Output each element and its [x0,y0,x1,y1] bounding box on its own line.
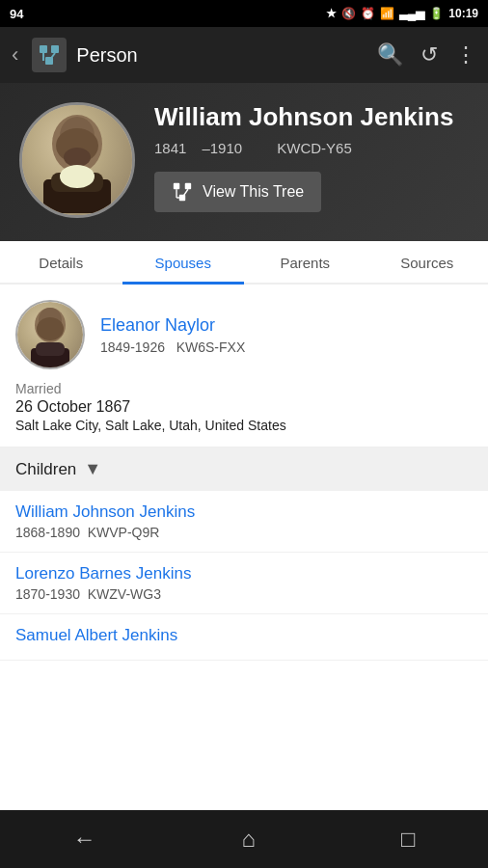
mute-icon: 🔇 [341,7,356,20]
app-logo [32,38,67,72]
recents-nav-icon[interactable]: □ [401,826,416,853]
content-area: Eleanor Naylor 1849-1926 KW6S-FXX Marrie… [0,285,488,661]
app-bar: ‹ Person 🔍 ↺ ⋮ [0,27,488,83]
tab-bar: Details Spouses Parents Sources [0,241,488,285]
more-icon[interactable]: ⋮ [455,42,476,68]
svg-rect-1 [51,45,59,53]
person-name: William Johnson Jenkins [154,102,469,132]
person-id: KWCD-Y65 [277,140,352,156]
time: 10:19 [448,7,478,20]
tab-spouses[interactable]: Spouses [122,241,245,283]
person-dates: 1841–1910 KWCD-Y65 [154,140,469,156]
person-years: 1841–1910 [154,140,258,156]
child-dates: 1870-1930 KWZV-WG3 [15,586,473,602]
list-item[interactable]: Samuel Albert Jenkins [0,614,488,661]
married-label: Married [15,381,473,396]
hero-info: William Johnson Jenkins 1841–1910 KWCD-Y… [154,102,469,212]
spouse-section: Eleanor Naylor 1849-1926 KW6S-FXX Marrie… [0,285,488,448]
svg-rect-22 [36,342,65,356]
children-header[interactable]: Children ▼ [0,448,488,491]
history-icon[interactable]: ↺ [420,42,438,68]
child-name[interactable]: William Johnson Jenkins [15,502,473,522]
child-name[interactable]: Samuel Albert Jenkins [15,626,473,645]
bluetooth-icon: ★ [326,7,337,20]
spouse-dates: 1849-1926 KW6S-FXX [100,339,473,355]
view-tree-label: View This Tree [203,183,304,201]
hero-section: William Johnson Jenkins 1841–1910 KWCD-Y… [0,83,488,241]
tree-icon [172,181,193,203]
wifi-icon: 📶 [380,7,394,20]
svg-rect-12 [174,183,179,189]
children-label: Children [15,460,76,479]
status-left: 94 [10,7,23,21]
status-bar: 94 ★ 🔇 ⏰ 📶 ▃▄▅ 🔋 10:19 [0,0,488,27]
spouse-name[interactable]: Eleanor Naylor [100,315,473,336]
child-name[interactable]: Lorenzo Barnes Jenkins [15,564,473,583]
svg-point-8 [64,148,91,167]
marriage-date: 26 October 1867 [15,398,473,416]
svg-point-20 [37,317,64,340]
tab-sources[interactable]: Sources [366,241,489,283]
marriage-info: Married 26 October 1867 Salt Lake City, … [15,381,473,433]
page-title: Person [76,44,367,67]
alarm-icon: ⏰ [361,7,375,20]
spouse-id: KW6S-FXX [176,339,246,355]
bottom-nav: ← ⌂ □ [0,810,488,868]
app-bar-actions: 🔍 ↺ ⋮ [377,42,476,68]
spouse-row: Eleanor Naylor 1849-1926 KW6S-FXX [15,300,473,369]
tab-parents[interactable]: Parents [244,241,366,283]
spouse-photo [15,300,85,369]
view-tree-button[interactable]: View This Tree [154,172,321,212]
battery-icon: 🔋 [429,7,444,20]
list-item[interactable]: William Johnson Jenkins 1868-1890 KWVP-Q… [0,491,488,553]
spouse-info: Eleanor Naylor 1849-1926 KW6S-FXX [100,315,473,355]
chevron-down-icon: ▼ [84,459,101,479]
home-nav-icon[interactable]: ⌂ [242,826,257,853]
back-button[interactable]: ‹ [12,42,18,68]
tab-details[interactable]: Details [0,241,122,283]
svg-rect-13 [185,183,191,189]
svg-rect-0 [40,45,47,53]
search-icon[interactable]: 🔍 [377,42,403,68]
signal-icon: ▃▄▅ [399,7,425,20]
battery-level: 94 [10,7,23,21]
svg-point-11 [60,165,95,188]
list-item[interactable]: Lorenzo Barnes Jenkins 1870-1930 KWZV-WG… [0,553,488,614]
child-dates: 1868-1890 KWVP-Q9R [15,525,473,540]
marriage-place: Salt Lake City, Salt Lake, Utah, United … [15,418,473,433]
person-photo [19,102,135,218]
back-nav-icon[interactable]: ← [73,826,96,853]
status-right: ★ 🔇 ⏰ 📶 ▃▄▅ 🔋 10:19 [326,7,478,20]
